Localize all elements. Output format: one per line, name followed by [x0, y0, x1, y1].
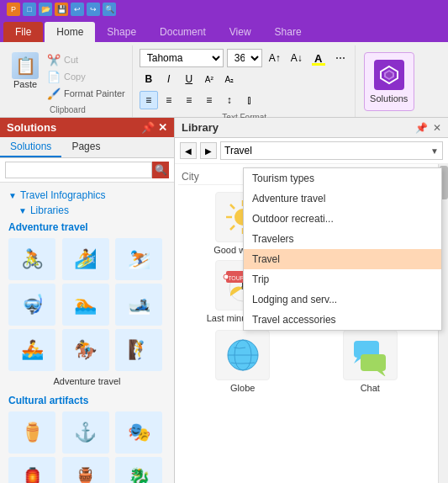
thumb-diving[interactable]: 🤿: [8, 284, 55, 326]
solutions-panel-button[interactable]: Solutions: [364, 52, 414, 111]
thumb-mask[interactable]: 🎭: [115, 411, 162, 454]
columns-button[interactable]: ⫿: [240, 91, 259, 109]
cut-icon: ✂️: [47, 53, 61, 66]
solutions-tab-pages[interactable]: Pages: [61, 137, 110, 157]
lib-grid-bottom: Globe Chat: [178, 326, 435, 396]
shrink-font-button[interactable]: A↓: [287, 49, 306, 67]
dropdown-item-trip[interactable]: Trip: [244, 269, 441, 289]
superscript-button[interactable]: A²: [200, 70, 219, 88]
title-bar-icons: P □ 📂 💾 ↩ ↪ 🔍: [7, 3, 116, 16]
tab-view[interactable]: View: [218, 22, 263, 42]
thumb-kayak[interactable]: 🚣: [8, 329, 55, 371]
solutions-tab-solutions[interactable]: Solutions: [0, 137, 61, 157]
solutions-group: Solutions: [357, 45, 421, 117]
copy-button[interactable]: 📄 Copy: [45, 69, 127, 84]
tab-share[interactable]: Share: [263, 22, 314, 42]
dropdown-item-travelers[interactable]: Travelers: [244, 229, 441, 249]
svg-marker-34: [377, 371, 386, 376]
thumb-climb[interactable]: 🧗: [115, 329, 162, 371]
tab-file[interactable]: File: [3, 22, 43, 42]
line-spacing-button[interactable]: ↕: [220, 91, 239, 109]
close-icon[interactable]: ✕: [158, 121, 167, 134]
align-justify-button[interactable]: ≡: [200, 91, 219, 109]
format-painter-button[interactable]: 🖌️ Format Painter: [45, 86, 127, 101]
library-close-icon[interactable]: ✕: [433, 122, 441, 134]
svg-line-8: [230, 204, 235, 209]
font-row3: ≡ ≡ ≡ ≡ ↕ ⫿: [140, 91, 350, 109]
dropdown-item-adventure[interactable]: Adventure travel: [244, 188, 441, 209]
thumb-lantern[interactable]: 🏮: [8, 457, 55, 483]
adventure-label: Adventure travel: [5, 374, 169, 391]
align-right-button[interactable]: ≡: [180, 91, 198, 109]
thumb-swimming[interactable]: 🏊: [62, 284, 109, 326]
nav-prev-button[interactable]: ◀: [180, 142, 197, 159]
dropdown-item-tourism[interactable]: Tourism types: [244, 168, 441, 188]
pin-icon[interactable]: 📌: [141, 121, 155, 134]
font-section: Tahoma 36 A↑ A↓ A ⋯ B I U A² A₂: [140, 45, 350, 113]
thumb-vase2[interactable]: 🏺: [62, 457, 109, 483]
tree-item-libraries[interactable]: ▼ Libraries: [15, 203, 169, 218]
thumb-vase[interactable]: ⚱️: [8, 411, 55, 454]
cut-button[interactable]: ✂️ Cut: [45, 52, 127, 67]
adventure-travel-title: Adventure travel: [5, 218, 169, 235]
underline-button[interactable]: U: [180, 70, 198, 88]
tab-home[interactable]: Home: [45, 22, 95, 42]
search-button[interactable]: 🔍: [152, 162, 169, 178]
thumb-mountain[interactable]: ⛷️: [115, 238, 162, 280]
lib-item-globe2[interactable]: Globe: [182, 330, 304, 393]
libraries-label: Libraries: [30, 204, 69, 216]
thumb-ski[interactable]: 🎿: [115, 284, 162, 326]
clipboard-label: Clipboard: [8, 105, 127, 117]
align-left-button[interactable]: ≡: [140, 91, 158, 109]
align-center-button[interactable]: ≡: [160, 91, 178, 109]
dropdown-item-accessories[interactable]: Travel accessories: [244, 310, 441, 330]
copy-icon: 📄: [47, 70, 61, 83]
library-pin-icon[interactable]: 📌: [415, 122, 428, 134]
tree-item-travel[interactable]: ▼ Travel Infographics: [5, 188, 169, 203]
new-icon[interactable]: □: [23, 3, 36, 16]
grow-font-button[interactable]: A↑: [266, 49, 284, 67]
nav-dropdown[interactable]: Travel ▼ Tourism types Adventure travel …: [220, 141, 443, 160]
clipboard-content: 📋 Paste ✂️ Cut 📄 Copy 🖌️ Format Painter: [8, 45, 127, 105]
paste-icon: 📋: [12, 52, 39, 79]
font-name-select[interactable]: Tahoma: [140, 49, 224, 67]
redo-icon[interactable]: ↪: [87, 3, 100, 16]
undo-icon[interactable]: ↩: [71, 3, 84, 16]
thumb-dragon[interactable]: 🐉: [115, 457, 162, 483]
dropdown-menu: Tourism types Adventure travel Outdoor r…: [243, 167, 442, 331]
paste-button[interactable]: 📋 Paste: [8, 49, 42, 93]
thumb-surfing[interactable]: 🏄: [62, 238, 109, 280]
dropdown-item-outdoor[interactable]: Outdoor recreati...: [244, 209, 441, 229]
open-icon[interactable]: 📂: [39, 3, 52, 16]
nav-next-button[interactable]: ▶: [200, 142, 217, 159]
tab-shape[interactable]: Shape: [95, 22, 148, 42]
fit-icon[interactable]: 🔍: [103, 3, 116, 16]
lib-item-chat[interactable]: Chat: [309, 330, 432, 393]
font-row1: Tahoma 36 A↑ A↓ A ⋯: [140, 49, 350, 67]
clipboard-group: 📋 Paste ✂️ Cut 📄 Copy 🖌️ Format Painter …: [3, 45, 133, 117]
bold-button[interactable]: B: [140, 70, 158, 88]
subscript-button[interactable]: A₂: [220, 70, 239, 88]
solutions-panel-icon: [374, 60, 404, 90]
save-icon[interactable]: 💾: [55, 3, 68, 16]
svg-text:TOUR: TOUR: [228, 275, 245, 281]
ribbon-tabs: File Home Shape Document View Share: [0, 19, 448, 42]
app-icon: P: [7, 3, 20, 16]
font-color-button[interactable]: A: [309, 49, 328, 67]
solutions-tabs: Solutions Pages: [0, 137, 174, 158]
solutions-panel-label: Solutions: [370, 93, 408, 104]
dropdown-item-travel[interactable]: Travel: [244, 249, 441, 269]
italic-button[interactable]: I: [160, 70, 178, 88]
chat-thumb: [343, 330, 398, 380]
thumb-anchor[interactable]: ⚓: [62, 411, 109, 454]
svg-rect-33: [361, 354, 386, 371]
thumb-cycling[interactable]: 🚴: [8, 238, 55, 280]
tab-document[interactable]: Document: [148, 22, 218, 42]
dropdown-item-lodging[interactable]: Lodging and serv...: [244, 289, 441, 310]
globe2-label: Globe: [230, 383, 255, 393]
library-header-icons: 📌 ✕: [415, 122, 441, 134]
search-input[interactable]: [5, 162, 152, 178]
thumb-horse[interactable]: 🏇: [62, 329, 109, 371]
highlight-button[interactable]: ⋯: [331, 49, 350, 67]
font-size-select[interactable]: 36: [227, 49, 262, 67]
